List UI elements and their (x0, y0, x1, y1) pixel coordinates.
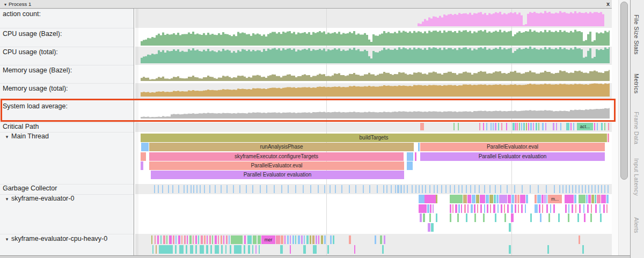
skyframe-evaluator-0-seg[interactable] (493, 204, 495, 213)
skyframe-evaluator-0-seg[interactable] (455, 204, 457, 213)
gc-event-tick[interactable] (318, 185, 319, 193)
gc-event-tick[interactable] (295, 185, 296, 193)
skyframe-evaluator-cpu-heavy-0-seg[interactable] (247, 235, 252, 244)
gc-event-tick[interactable] (546, 185, 547, 193)
critical-path-seg[interactable] (573, 123, 574, 130)
skyframe-evaluator-0-seg[interactable] (553, 204, 555, 213)
skyframe-evaluator-0-seg[interactable] (535, 204, 538, 213)
skyframe-evaluator-0-seg[interactable] (601, 195, 606, 203)
gc-event-tick[interactable] (407, 185, 408, 193)
gc-event-tick[interactable] (324, 185, 325, 193)
skyframe-evaluator-0-seg[interactable] (423, 213, 425, 222)
gc-event-tick[interactable] (209, 185, 210, 193)
skyframe-evaluator-0-seg[interactable] (515, 204, 516, 213)
gc-event-tick[interactable] (252, 185, 253, 193)
main-thread-seg[interactable] (141, 152, 146, 161)
skyframe-evaluator-0-seg[interactable] (577, 213, 579, 222)
skyframe-evaluator-cpu-heavy-0-seg[interactable] (204, 235, 206, 244)
skyframe-evaluator-0-seg[interactable] (427, 204, 429, 213)
tab-alerts[interactable]: Alerts (633, 217, 640, 233)
skyframe-evaluator-0-seg[interactable] (550, 204, 551, 213)
skyframe-evaluator-0-seg[interactable] (518, 204, 519, 213)
tab-metrics[interactable]: Metrics (633, 73, 640, 94)
tab-input-latency[interactable]: Input Latency (633, 158, 640, 196)
critical-path-seg[interactable] (530, 123, 532, 130)
skyframe-evaluator-cpu-heavy-0-seg[interactable] (166, 235, 167, 244)
skyframe-evaluator-cpu-heavy-0-seg[interactable] (212, 235, 213, 244)
skyframe-evaluator-cpu-heavy-0-seg[interactable] (312, 235, 314, 244)
skyframe-evaluator-cpu-heavy-0-seg[interactable] (221, 245, 223, 254)
skyframe-evaluator-0-seg[interactable] (568, 213, 569, 222)
skyframe-evaluator-cpu-heavy-0-seg[interactable] (330, 235, 332, 244)
skyframe-evaluator-0-seg[interactable] (461, 204, 462, 213)
skyframe-evaluator-cpu-heavy-0-seg[interactable] (375, 235, 376, 244)
skyframe-evaluator-cpu-heavy-0-seg[interactable] (327, 245, 329, 254)
gc-event-tick[interactable] (377, 185, 378, 193)
skyframe-evaluator-cpu-heavy-0-seg[interactable] (151, 235, 152, 244)
skyframe-evaluator-cpu-heavy-0-seg[interactable] (175, 245, 177, 254)
skyframe-evaluator-0-seg[interactable] (526, 195, 528, 203)
skyframe-evaluator-0-seg[interactable] (530, 213, 532, 222)
main-thread-seg[interactable] (141, 161, 143, 170)
skyframe-evaluator-0-seg[interactable] (572, 204, 573, 213)
skyframe-evaluator-0-seg[interactable] (565, 195, 574, 203)
skyframe-evaluator-0-seg[interactable] (558, 213, 560, 222)
track-mem-total[interactable] (135, 83, 612, 99)
skyframe-evaluator-cpu-heavy-0-seg[interactable] (187, 235, 188, 244)
main-thread-slice[interactable]: skyframeExecutor.configureTargets (149, 152, 404, 161)
skyframe-evaluator-0-seg[interactable] (452, 204, 453, 213)
skyframe-evaluator-0-seg[interactable] (525, 204, 526, 213)
skyframe-evaluator-cpu-heavy-0-seg[interactable] (252, 245, 253, 254)
track-mem-bazel[interactable] (135, 65, 612, 83)
skyframe-evaluator-0-seg[interactable] (430, 204, 431, 213)
skyframe-evaluator-cpu-heavy-0-seg[interactable] (306, 235, 309, 244)
skyframe-evaluator-cpu-heavy-0-seg[interactable] (276, 235, 280, 244)
skyframe-evaluator-0-seg[interactable] (588, 195, 591, 203)
skyframe-evaluator-cpu-heavy-0-seg[interactable] (248, 245, 250, 254)
skyframe-evaluator-cpu-heavy-0-seg[interactable] (313, 245, 317, 254)
gc-event-tick[interactable] (274, 185, 275, 193)
skyframe-evaluator-0-seg[interactable] (433, 204, 434, 213)
critical-path-seg[interactable] (486, 123, 487, 130)
skyframe-evaluator-cpu-heavy-0-seg[interactable] (324, 235, 326, 244)
gc-event-tick[interactable] (349, 185, 350, 193)
gc-event-tick[interactable] (572, 185, 573, 193)
skyframe-evaluator-cpu-heavy-0-seg[interactable] (321, 235, 323, 244)
skyframe-evaluator-0-seg[interactable] (509, 223, 511, 232)
skyframe-evaluator-cpu-heavy-0-seg[interactable] (290, 245, 291, 254)
gc-event-tick[interactable] (458, 185, 459, 193)
collapse-process-icon[interactable]: ▾ (4, 1, 6, 9)
gc-event-tick[interactable] (562, 185, 564, 193)
skyframe-evaluator-cpu-heavy-0-seg[interactable] (547, 245, 549, 254)
skyframe-evaluator-cpu-heavy-0-seg[interactable] (303, 245, 306, 254)
skyframe-evaluator-cpu-heavy-0-seg[interactable] (200, 245, 204, 254)
skyframe-evaluator-0-seg[interactable] (544, 195, 546, 203)
collapse-track-icon[interactable]: ▾ (3, 235, 11, 243)
sidebar-item-main-thread[interactable]: ▾Main Thread (3, 132, 49, 141)
skyframe-evaluator-0-seg[interactable] (436, 195, 437, 203)
skyframe-evaluator-cpu-heavy-0-seg[interactable] (225, 245, 226, 254)
critical-path-seg[interactable] (533, 123, 534, 130)
skyframe-evaluator-cpu-heavy-0-seg[interactable] (253, 235, 257, 244)
critical-path-seg[interactable] (560, 123, 561, 130)
gc-event-tick[interactable] (575, 185, 576, 193)
skyframe-evaluator-cpu-heavy-0-seg[interactable] (582, 245, 584, 254)
skyframe-evaluator-cpu-heavy-0-seg[interactable] (298, 235, 300, 244)
gc-event-tick[interactable] (445, 185, 447, 193)
main-thread-slice[interactable]: ParallelEvaluator.eval (149, 161, 404, 170)
main-thread-slice[interactable]: runAnalysisPhase (149, 143, 414, 151)
skyframe-evaluator-0-seg[interactable] (496, 195, 499, 203)
skyframe-evaluator-0-seg[interactable] (591, 195, 594, 203)
skyframe-evaluator-0-seg[interactable] (603, 204, 605, 213)
skyframe-evaluator-cpu-heavy-0-seg[interactable] (159, 245, 173, 254)
gc-event-tick[interactable] (191, 185, 192, 193)
skyframe-evaluator-0-seg[interactable] (548, 213, 550, 222)
gc-event-tick[interactable] (474, 185, 475, 193)
skyframe-evaluator-cpu-heavy-0-seg[interactable] (215, 235, 217, 244)
gc-event-tick[interactable] (422, 185, 423, 193)
skyframe-evaluator-0-seg[interactable] (587, 204, 589, 213)
skyframe-evaluator-cpu-heavy-0-seg[interactable] (152, 245, 153, 254)
critical-path-seg[interactable] (523, 123, 525, 130)
skyframe-evaluator-0-seg[interactable] (420, 213, 422, 222)
gc-event-tick[interactable] (559, 185, 560, 193)
